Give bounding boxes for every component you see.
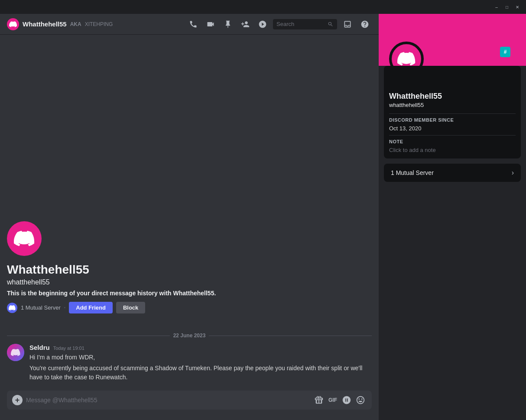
main-column: Whatthehell55 AKA XITEHPING: [0, 14, 379, 420]
chat-input-area: + GIF: [0, 391, 379, 420]
message-avatar: [7, 344, 24, 361]
header-username: Whatthehell55: [23, 20, 67, 28]
message-author: Seldru: [29, 344, 50, 351]
message-time: Today at 19:01: [53, 346, 84, 351]
block-button[interactable]: Block: [116, 302, 145, 313]
profile-card-username: whatthehell55: [389, 102, 516, 108]
mutual-servers-label: 1 Mutual Server: [391, 169, 434, 176]
date-text: 22 June 2023: [173, 333, 206, 339]
gif-button[interactable]: GIF: [327, 394, 339, 406]
chat-input[interactable]: [26, 397, 309, 404]
dot-separator: •: [64, 305, 66, 310]
profile-intro-avatar: [7, 221, 42, 256]
note-label: NOTE: [389, 139, 516, 144]
chat-area: Whatthehell55 whatthehell55 This is the …: [0, 35, 379, 420]
member-since-label: DISCORD MEMBER SINCE: [389, 117, 516, 123]
desc-username-bold: Whatthehell55: [173, 290, 214, 297]
chat-input-box: + GIF: [7, 391, 372, 410]
mutual-servers-row: 1 Mutual Server • Add Friend Block: [7, 302, 372, 313]
chat-content: Whatthehell55 whatthehell55 This is the …: [0, 35, 379, 420]
input-icons: GIF: [313, 394, 367, 406]
emoji-button[interactable]: [354, 394, 367, 406]
header-left: Whatthehell55 AKA XITEHPING: [7, 18, 181, 30]
mutual-servers-card[interactable]: 1 Mutual Server ›: [384, 164, 521, 182]
note-input[interactable]: Click to add a note: [389, 147, 516, 153]
add-friend-header-button[interactable]: [238, 17, 252, 31]
window-controls[interactable]: – □ ✕: [493, 3, 521, 10]
desc-prefix: This is the beginning of your direct mes…: [7, 290, 173, 297]
header-nickname: XITEHPING: [85, 21, 113, 27]
app-layout: Whatthehell55 AKA XITEHPING: [0, 14, 526, 420]
minimize-button[interactable]: –: [493, 3, 500, 10]
mutual-server-text: 1 Mutual Server: [21, 304, 61, 311]
header-avatar: [7, 18, 19, 30]
add-attachment-button[interactable]: +: [12, 395, 23, 405]
close-button[interactable]: ✕: [514, 3, 521, 10]
profile-card-name: Whatthehell55: [389, 92, 516, 101]
titlebar: – □ ✕: [0, 0, 526, 14]
date-line-right: [209, 336, 372, 336]
download-sticker-button[interactable]: [341, 394, 353, 406]
mutual-server-icon: [7, 303, 17, 313]
help-button[interactable]: [358, 17, 372, 31]
profile-card: Whatthehell55 whatthehell55 DISCORD MEMB…: [384, 66, 521, 158]
header-aka-label: AKA: [70, 21, 81, 27]
inbox-button[interactable]: [341, 17, 354, 31]
add-friend-button[interactable]: Add Friend: [69, 302, 113, 313]
video-button[interactable]: [204, 17, 218, 31]
gift-button[interactable]: [313, 394, 325, 406]
message-header: Seldru Today at 19:01: [29, 344, 372, 351]
chat-messages: Whatthehell55 whatthehell55 This is the …: [0, 35, 379, 391]
profile-card-divider-2: [389, 135, 516, 136]
message-line-2: You're currently being accused of scammi…: [29, 364, 372, 382]
right-panel: # Whatthehell55 whatthehell55 DISCORD ME…: [379, 14, 526, 420]
date-line-left: [7, 336, 170, 336]
pin-button[interactable]: [221, 17, 235, 31]
message-line-1: Hi I'm a mod from WDR,: [29, 353, 372, 362]
profile-intro-desc: This is the beginning of your direct mes…: [7, 290, 372, 297]
activity-button[interactable]: [256, 17, 269, 31]
date-separator: 22 June 2023: [0, 329, 379, 342]
search-bar[interactable]: [273, 19, 337, 29]
chevron-right-icon: ›: [512, 169, 514, 177]
header-actions: [186, 17, 372, 31]
profile-intro: Whatthehell55 whatthehell55 This is the …: [0, 221, 379, 329]
maximize-button[interactable]: □: [503, 3, 510, 10]
member-since-date: Oct 13, 2020: [389, 125, 516, 132]
profile-intro-username: whatthehell55: [7, 278, 372, 286]
desc-suffix: .: [214, 290, 216, 297]
profile-card-divider-1: [389, 113, 516, 114]
message-body: Seldru Today at 19:01 Hi I'm a mod from …: [29, 344, 372, 382]
dm-header: Whatthehell55 AKA XITEHPING: [0, 14, 379, 35]
message-group: Seldru Today at 19:01 Hi I'm a mod from …: [0, 342, 379, 384]
call-button[interactable]: [186, 17, 200, 31]
profile-tag-icon: #: [500, 47, 510, 57]
profile-intro-name: Whatthehell55: [7, 263, 372, 277]
search-input[interactable]: [276, 21, 325, 27]
